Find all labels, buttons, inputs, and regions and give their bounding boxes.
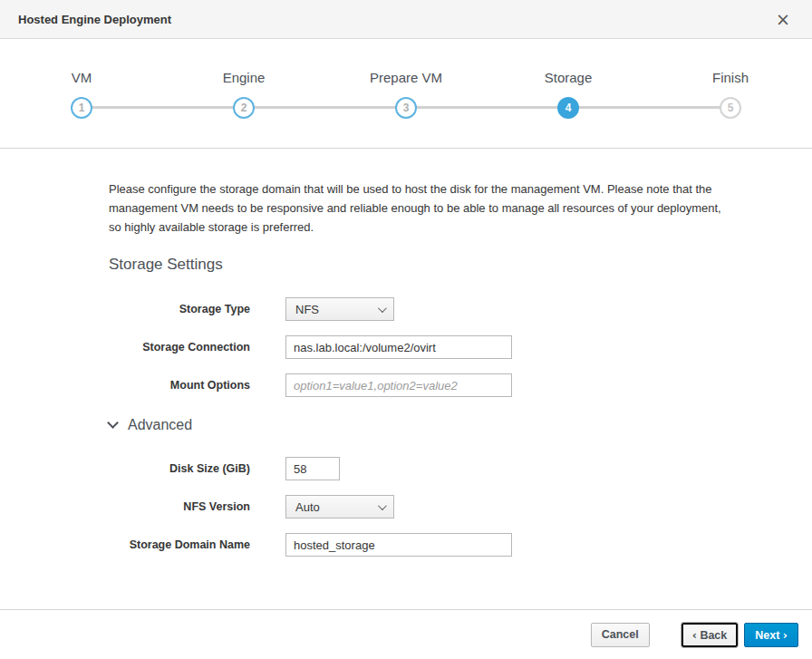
storage-type-label: Storage Type [109, 303, 250, 315]
chevron-down-icon [378, 501, 387, 510]
storage-type-row: Storage Type NFS [109, 297, 721, 321]
step-storage-label: Storage [545, 70, 593, 85]
step-storage-circle[interactable]: 4 [557, 97, 579, 119]
next-button-label: Next [755, 629, 779, 642]
storage-connection-input[interactable] [285, 335, 512, 359]
dialog-title: Hosted Engine Deployment [18, 13, 171, 26]
step-engine-circle[interactable]: 2 [233, 97, 255, 119]
close-icon[interactable]: × [772, 9, 794, 30]
nfs-version-label: NFS Version [109, 500, 250, 513]
step-vm[interactable]: VM 1 [71, 97, 92, 119]
step-prepare-vm-label: Prepare VM [370, 70, 442, 85]
storage-domain-name-input[interactable] [285, 533, 512, 557]
step-engine[interactable]: Engine 2 [233, 97, 255, 119]
chevron-down-icon [107, 417, 119, 429]
disk-size-input[interactable] [285, 457, 340, 480]
next-button[interactable]: Next › [744, 623, 798, 647]
step-prepare-vm-circle[interactable]: 3 [395, 97, 417, 119]
step-prepare-vm[interactable]: Prepare VM 3 [395, 97, 417, 119]
step-engine-label: Engine [223, 70, 266, 85]
step-storage[interactable]: Storage 4 [557, 97, 579, 119]
mount-options-label: Mount Options [109, 379, 250, 392]
storage-connection-row: Storage Connection [109, 335, 721, 359]
disk-size-row: Disk Size (GiB) [109, 457, 721, 480]
mount-options-row: Mount Options [109, 373, 721, 397]
step-finish-label: Finish [712, 70, 749, 85]
storage-domain-name-row: Storage Domain Name [109, 533, 721, 557]
storage-type-select[interactable]: NFS [285, 297, 394, 321]
advanced-section-toggle[interactable]: Advanced [109, 417, 721, 433]
step-vm-label: VM [72, 70, 92, 85]
nfs-version-value: Auto [295, 500, 320, 514]
storage-domain-name-label: Storage Domain Name [109, 538, 250, 551]
cancel-button[interactable]: Cancel [591, 623, 650, 647]
wizard-step-indicator: VM 1 Engine 2 Prepare VM 3 Storage 4 Fin… [0, 39, 812, 149]
storage-step-content: Please configure the storage domain that… [0, 149, 812, 609]
storage-connection-label: Storage Connection [109, 341, 250, 354]
dialog-header: Hosted Engine Deployment × [0, 0, 812, 39]
mount-options-input[interactable] [285, 373, 512, 397]
hosted-engine-deployment-dialog: Hosted Engine Deployment × VM 1 Engine 2… [0, 0, 812, 659]
nfs-version-select[interactable]: Auto [285, 495, 394, 518]
angle-left-icon: ‹ [692, 628, 697, 642]
step-finish-circle[interactable]: 5 [720, 97, 741, 119]
storage-type-value: NFS [295, 303, 319, 316]
disk-size-label: Disk Size (GiB) [109, 462, 250, 475]
back-button[interactable]: ‹ Back [681, 622, 740, 648]
nfs-version-row: NFS Version Auto [109, 495, 721, 518]
step-finish[interactable]: Finish 5 [720, 97, 741, 119]
chevron-down-icon [378, 304, 387, 313]
advanced-heading: Advanced [128, 417, 192, 433]
back-button-label: Back [700, 629, 727, 642]
dialog-footer: Cancel ‹ Back Next › [0, 609, 812, 659]
angle-right-icon: › [783, 628, 788, 642]
storage-settings-heading: Storage Settings [109, 256, 721, 274]
storage-intro-text: Please configure the storage domain that… [109, 179, 721, 237]
step-vm-circle[interactable]: 1 [71, 97, 92, 119]
